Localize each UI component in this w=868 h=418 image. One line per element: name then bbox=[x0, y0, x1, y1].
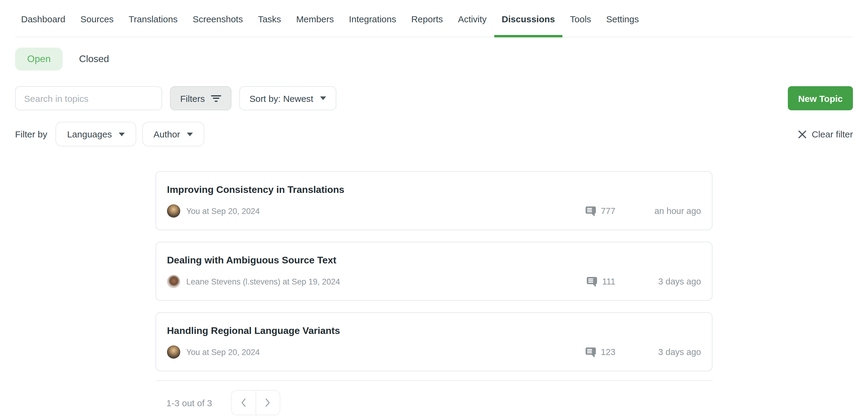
tab-open[interactable]: Open bbox=[15, 47, 63, 70]
nav-item-sources[interactable]: Sources bbox=[81, 0, 114, 37]
nav-item-tasks[interactable]: Tasks bbox=[258, 0, 281, 37]
nav-item-label: Screenshots bbox=[193, 13, 243, 24]
topic-title[interactable]: Improving Consistency in Translations bbox=[167, 183, 701, 196]
topic-meta: Leane Stevens (l.stevens) at Sep 19, 202… bbox=[167, 274, 701, 289]
avatar bbox=[167, 275, 180, 288]
topic-title[interactable]: Handling Regional Language Variants bbox=[167, 324, 701, 337]
topic-author-line: Leane Stevens (l.stevens) at Sep 19, 202… bbox=[186, 277, 587, 286]
comment-count: 123 bbox=[601, 347, 615, 357]
toolbar: Filters Sort by: Newest New Topic bbox=[0, 86, 868, 110]
nav-item-label: Settings bbox=[606, 13, 639, 24]
time-ago: 3 days ago bbox=[615, 347, 701, 357]
pagination: 1-3 out of 3 bbox=[156, 390, 712, 415]
languages-dropdown-label: Languages bbox=[67, 129, 112, 139]
next-page-button[interactable] bbox=[255, 391, 280, 415]
new-topic-button[interactable]: New Topic bbox=[788, 86, 853, 110]
filter-by-label: Filter by bbox=[15, 129, 47, 139]
sort-dropdown[interactable]: Sort by: Newest bbox=[239, 86, 336, 110]
time-ago: an hour ago bbox=[615, 206, 701, 216]
tab-closed[interactable]: Closed bbox=[79, 54, 109, 64]
topic-card[interactable]: Handling Regional Language Variants You … bbox=[156, 312, 712, 371]
topic-author-line: You at Sep 20, 2024 bbox=[186, 348, 585, 356]
nav-item-tools[interactable]: Tools bbox=[570, 0, 591, 37]
topic-meta: You at Sep 20, 2024 777 an hour ago bbox=[167, 204, 701, 218]
chevron-left-icon bbox=[241, 398, 246, 407]
filter-bar: Filter by Languages Author Clear filter bbox=[0, 122, 868, 147]
comment-bubble-icon bbox=[585, 205, 596, 216]
previous-page-button[interactable] bbox=[231, 391, 255, 415]
chevron-right-icon bbox=[266, 398, 270, 407]
nav-item-settings[interactable]: Settings bbox=[606, 0, 639, 37]
primary-nav: Dashboard Sources Translations Screensho… bbox=[0, 0, 868, 37]
nav-item-label: Dashboard bbox=[21, 13, 65, 24]
sort-dropdown-label: Sort by: Newest bbox=[250, 93, 313, 103]
search-input[interactable] bbox=[15, 86, 162, 110]
topic-list: Improving Consistency in Translations Yo… bbox=[156, 171, 712, 371]
comment-count: 111 bbox=[602, 277, 615, 286]
chevron-down-icon bbox=[320, 96, 326, 100]
time-ago: 3 days ago bbox=[615, 277, 701, 286]
nav-item-discussions[interactable]: Discussions bbox=[502, 0, 555, 37]
nav-item-label: Reports bbox=[411, 13, 443, 24]
nav-item-label: Translations bbox=[129, 13, 178, 24]
nav-item-label: Tasks bbox=[258, 13, 281, 24]
chevron-down-icon bbox=[119, 132, 124, 136]
page-summary: 1-3 out of 3 bbox=[166, 397, 212, 408]
clear-filter-button[interactable]: Clear filter bbox=[798, 129, 853, 139]
nav-item-reports[interactable]: Reports bbox=[411, 0, 443, 37]
close-icon bbox=[798, 130, 806, 138]
comment-count-group: 111 bbox=[587, 276, 615, 287]
topic-meta: You at Sep 20, 2024 123 3 days ago bbox=[167, 345, 701, 359]
nav-item-dashboard[interactable]: Dashboard bbox=[21, 0, 65, 37]
nav-item-label: Members bbox=[296, 13, 334, 24]
topic-author-line: You at Sep 20, 2024 bbox=[186, 206, 585, 216]
clear-filter-label: Clear filter bbox=[812, 129, 853, 139]
languages-dropdown[interactable]: Languages bbox=[56, 122, 136, 147]
nav-item-translations[interactable]: Translations bbox=[129, 0, 178, 37]
comment-bubble-icon bbox=[587, 276, 597, 287]
comment-count-group: 123 bbox=[585, 347, 615, 357]
nav-item-integrations[interactable]: Integrations bbox=[349, 0, 396, 37]
author-dropdown[interactable]: Author bbox=[142, 122, 204, 147]
pager-group bbox=[231, 390, 280, 415]
chevron-down-icon bbox=[187, 132, 193, 136]
filter-lines-icon bbox=[211, 95, 221, 102]
nav-item-label: Tools bbox=[570, 13, 591, 24]
comment-count: 777 bbox=[601, 206, 615, 216]
status-tabs: Open Closed bbox=[0, 37, 868, 70]
avatar bbox=[167, 204, 180, 218]
nav-item-label: Activity bbox=[458, 13, 487, 24]
nav-item-screenshots[interactable]: Screenshots bbox=[193, 0, 243, 37]
nav-item-members[interactable]: Members bbox=[296, 0, 334, 37]
filters-button[interactable]: Filters bbox=[170, 86, 231, 110]
list-divider bbox=[156, 380, 712, 381]
topic-card[interactable]: Dealing with Ambiguous Source Text Leane… bbox=[156, 242, 712, 301]
nav-item-activity[interactable]: Activity bbox=[458, 0, 487, 37]
topic-title[interactable]: Dealing with Ambiguous Source Text bbox=[167, 254, 701, 267]
nav-item-label: Discussions bbox=[502, 13, 555, 24]
filters-button-label: Filters bbox=[180, 93, 205, 103]
avatar bbox=[167, 345, 180, 359]
nav-item-label: Sources bbox=[81, 13, 114, 24]
discussions-page: Dashboard Sources Translations Screensho… bbox=[0, 0, 868, 418]
comment-bubble-icon bbox=[585, 347, 596, 357]
author-dropdown-label: Author bbox=[153, 129, 180, 139]
comment-count-group: 777 bbox=[585, 205, 615, 216]
topic-card[interactable]: Improving Consistency in Translations Yo… bbox=[156, 171, 712, 230]
nav-item-label: Integrations bbox=[349, 13, 396, 24]
